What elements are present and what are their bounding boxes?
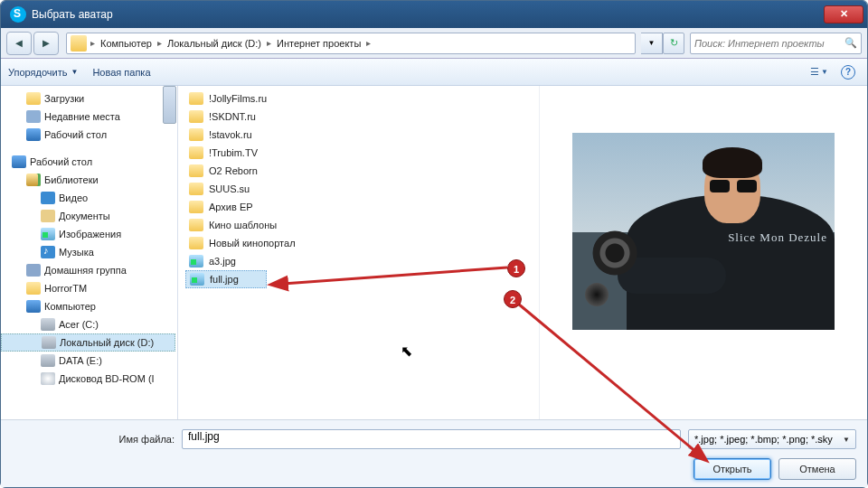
file-item[interactable]: SUUS.su — [178, 180, 539, 198]
folder-icon — [189, 92, 203, 105]
filename-field-wrapper — [182, 429, 681, 449]
folder-icon — [189, 164, 203, 177]
file-item[interactable]: !JollyFilms.ru — [178, 89, 539, 108]
file-item[interactable]: Архив EP — [178, 198, 539, 216]
open-button[interactable]: Открыть — [693, 458, 771, 480]
file-item-label: !stavok.ru — [209, 129, 252, 140]
tree-item-label: Недавние места — [44, 111, 120, 122]
tree-item-label: Рабочий стол — [44, 129, 107, 140]
tree-item[interactable]: HorrorTM — [1, 279, 177, 297]
ic-hd-icon — [41, 354, 55, 367]
window-title: Выбрать аватар — [32, 8, 824, 21]
file-list[interactable]: !JollyFilms.ru!SKDNT.ru!stavok.ru!Trubim… — [178, 86, 540, 419]
folder-icon — [189, 237, 203, 249]
scrollbar-thumb[interactable] — [163, 86, 176, 124]
tree-item-label: HorrorTM — [44, 283, 87, 294]
file-item[interactable]: !Trubim.TV — [178, 144, 539, 162]
file-item[interactable]: Новый кинопортал — [178, 234, 539, 252]
help-button[interactable]: ? — [836, 62, 860, 82]
ic-photo-icon — [41, 228, 55, 240]
tree-item[interactable]: Дисковод BD-ROM (I — [1, 370, 177, 388]
annotation-badge-2: 2 — [504, 290, 522, 308]
tree-item-label: Изображения — [59, 229, 121, 239]
file-item-label: !JollyFilms.ru — [209, 93, 267, 104]
file-item-label: full.jpg — [210, 274, 239, 285]
chevron-down-icon: ▼ — [821, 68, 828, 76]
ic-disc-icon — [41, 372, 55, 385]
file-type-filter[interactable]: *.jpg; *.jpeg; *.bmp; *.png; *.sky ▼ — [688, 429, 856, 449]
tree-item-label: Дисковод BD-ROM (I — [59, 373, 155, 384]
file-item[interactable]: !stavok.ru — [178, 126, 539, 144]
ic-monitor-icon — [26, 128, 41, 141]
file-item-label: SUUS.su — [209, 183, 250, 194]
ic-doc-icon — [41, 210, 55, 222]
chevron-down-icon: ▼ — [843, 436, 850, 444]
filename-label: Имя файла: — [12, 434, 175, 445]
crumb-folder[interactable]: Интернет проекты — [271, 38, 366, 49]
tree-item[interactable]: Недавние места — [1, 108, 177, 126]
ic-hd-icon — [41, 318, 55, 331]
file-item[interactable]: full.jpg — [185, 270, 267, 288]
tree-item[interactable]: Музыка — [1, 243, 177, 261]
forward-button[interactable]: ► — [33, 32, 59, 55]
organize-menu[interactable]: Упорядочить ▼ — [8, 67, 78, 78]
navigation-tree[interactable]: ЗагрузкиНедавние местаРабочий столРабочи… — [1, 86, 178, 419]
crumb-drive-d[interactable]: Локальный диск (D:) — [162, 38, 267, 49]
arrow-right-icon: ► — [41, 36, 52, 50]
tree-item[interactable]: Изображения — [1, 225, 177, 243]
crumb-computer[interactable]: Компьютер — [95, 38, 157, 49]
search-input[interactable] — [694, 38, 844, 49]
cancel-button[interactable]: Отмена — [778, 458, 856, 480]
tree-item[interactable]: Документы — [1, 207, 177, 225]
file-item[interactable]: a3.jpg — [178, 252, 539, 270]
tree-item-label: Домашняя группа — [44, 265, 127, 276]
folder-icon — [189, 201, 203, 213]
tree-item[interactable]: Видео — [1, 189, 177, 207]
tree-item-label: Рабочий стол — [30, 156, 92, 167]
folder-icon — [189, 146, 203, 159]
tree-item-label: Локальный диск (D:) — [60, 337, 154, 348]
chevron-right-icon: ▸ — [366, 38, 371, 48]
file-item[interactable]: Кино шаблоны — [178, 216, 539, 234]
folder-icon — [189, 128, 203, 141]
tree-item[interactable]: Загрузки — [1, 89, 177, 108]
skype-icon — [10, 6, 26, 23]
ic-monitor-icon — [26, 300, 41, 313]
tree-item[interactable]: Домашняя группа — [1, 261, 177, 279]
search-box[interactable]: 🔍 — [690, 33, 862, 54]
tree-item[interactable]: Рабочий стол — [1, 126, 177, 144]
image-icon — [189, 255, 203, 267]
file-item[interactable]: O2 Reborn — [178, 162, 539, 180]
close-button[interactable]: ✕ — [824, 5, 863, 23]
file-item-label: Новый кинопортал — [209, 238, 296, 249]
tree-item-label: Загрузки — [44, 93, 84, 104]
tree-item-label: Документы — [59, 211, 110, 221]
refresh-button[interactable]: ↻ — [663, 33, 684, 54]
tree-item[interactable]: Локальный диск (D:) — [1, 333, 175, 352]
tree-item-label: Музыка — [59, 247, 94, 258]
tree-item[interactable]: Компьютер — [1, 297, 177, 315]
file-item-label: Архив EP — [209, 202, 253, 212]
tree-item[interactable]: Рабочий стол — [1, 153, 177, 171]
chevron-down-icon: ▼ — [648, 39, 656, 47]
file-item-label: !SKDNT.ru — [209, 111, 256, 122]
ic-folder-icon — [26, 92, 41, 105]
tree-item[interactable]: Acer (C:) — [1, 315, 177, 333]
view-mode-button[interactable]: ☰▼ — [807, 62, 831, 82]
new-folder-button[interactable]: Новая папка — [92, 67, 150, 78]
file-item-label: !Trubim.TV — [209, 147, 258, 158]
tree-item[interactable]: DATA (E:) — [1, 352, 177, 370]
breadcrumb-dropdown[interactable]: ▼ — [641, 33, 663, 54]
ic-video-icon — [41, 192, 55, 204]
tree-item-label: DATA (E:) — [59, 355, 102, 366]
ic-music-icon — [41, 246, 55, 258]
file-item[interactable]: !SKDNT.ru — [178, 108, 539, 126]
preview-pane: Slice Mon Dezule — [540, 86, 867, 419]
tree-item[interactable]: Библиотеки — [1, 171, 177, 189]
back-button[interactable]: ◄ — [6, 32, 32, 55]
filter-text: *.jpg; *.jpeg; *.bmp; *.png; *.sky — [694, 434, 843, 445]
tree-item-label: Видео — [59, 192, 88, 203]
annotation-badge-1: 1 — [507, 259, 525, 277]
filename-input[interactable] — [188, 430, 675, 443]
breadcrumb[interactable]: ▸ Компьютер ▸ Локальный диск (D:) ▸ Инте… — [66, 33, 636, 54]
